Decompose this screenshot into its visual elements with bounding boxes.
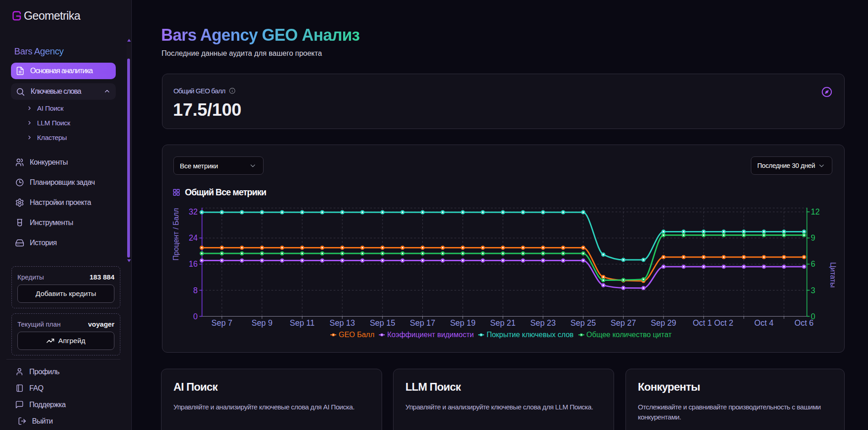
svg-text:32: 32 bbox=[189, 207, 198, 216]
svg-text:12: 12 bbox=[811, 207, 819, 216]
svg-text:Oct 4: Oct 4 bbox=[755, 318, 774, 328]
svg-text:Sep 17: Sep 17 bbox=[410, 318, 435, 328]
svg-text:Oct 2: Oct 2 bbox=[714, 318, 733, 328]
svg-text:Sep 19: Sep 19 bbox=[450, 318, 475, 328]
svg-text:Sep 13: Sep 13 bbox=[329, 318, 355, 328]
svg-text:Sep 27: Sep 27 bbox=[611, 318, 636, 328]
svg-text:Oct 1: Oct 1 bbox=[693, 318, 712, 328]
svg-text:Sep 29: Sep 29 bbox=[651, 318, 676, 328]
svg-text:Sep 11: Sep 11 bbox=[290, 318, 314, 328]
svg-text:Sep 23: Sep 23 bbox=[530, 318, 555, 328]
svg-text:Sep 15: Sep 15 bbox=[370, 318, 395, 328]
svg-text:Sep 25: Sep 25 bbox=[571, 318, 596, 328]
svg-text:16: 16 bbox=[189, 259, 198, 269]
svg-text:24: 24 bbox=[189, 233, 198, 242]
svg-text:9: 9 bbox=[811, 233, 815, 242]
svg-text:0: 0 bbox=[193, 312, 198, 321]
svg-text:6: 6 bbox=[811, 259, 815, 269]
svg-text:Процент / Балл: Процент / Балл bbox=[172, 208, 180, 261]
svg-text:8: 8 bbox=[193, 286, 198, 295]
svg-text:Sep 9: Sep 9 bbox=[252, 318, 273, 328]
svg-text:Oct 6: Oct 6 bbox=[794, 318, 814, 328]
svg-text:Цитаты: Цитаты bbox=[829, 262, 837, 287]
svg-text:Sep 21: Sep 21 bbox=[490, 318, 515, 328]
svg-text:3: 3 bbox=[811, 286, 815, 295]
svg-text:Sep 7: Sep 7 bbox=[211, 318, 232, 328]
